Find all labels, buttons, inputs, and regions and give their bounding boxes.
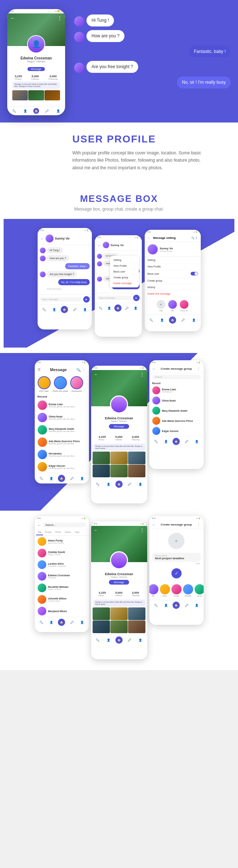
group-name-input[interactable]: Group name Next project deadline: [152, 553, 201, 562]
cg2-bn-1[interactable]: 🔍: [152, 602, 160, 609]
settings-item-setting[interactable]: Setting: [145, 257, 201, 263]
msg-item-2[interactable]: Olivia Noah Sounds good! can we dine...: [35, 411, 89, 424]
pl-bn-3[interactable]: 🏠: [115, 481, 123, 488]
pl2-pt-1[interactable]: [93, 607, 110, 620]
s-bn-nav-5[interactable]: 👤: [78, 619, 86, 626]
ml-bn-4[interactable]: 🔎: [68, 475, 76, 482]
s-bn-nav-3[interactable]: 🏠: [58, 619, 65, 626]
photo-thumb-2[interactable]: [28, 90, 44, 100]
sr-2[interactable]: Clotilde Devitt Saigon, Vietnam: [35, 547, 89, 559]
pl2-pt-4[interactable]: [93, 620, 110, 633]
pl2-pt-6[interactable]: [128, 620, 145, 633]
dd-message-input[interactable]: Type a message...: [97, 296, 132, 300]
menu-item-create-group[interactable]: Create group: [110, 275, 139, 281]
dd-bn-2[interactable]: 👤: [106, 304, 113, 312]
pl2-pt-3[interactable]: [128, 607, 145, 620]
pl2-bn-5[interactable]: 👤: [137, 636, 144, 644]
cg2-bn-5[interactable]: 👤: [193, 602, 200, 609]
cg2-bn-3[interactable]: 🏠: [173, 602, 180, 609]
cg1-search-input[interactable]: Search...: [152, 375, 201, 379]
story-1[interactable]: 2017 plan: [38, 376, 51, 392]
cg2-more[interactable]: ⋮: [197, 523, 200, 527]
pl-bn-1[interactable]: 🔍: [94, 481, 101, 488]
s-back[interactable]: ←: [38, 523, 41, 527]
ml-bn-3[interactable]: 🏠: [58, 475, 65, 482]
nav-explore[interactable]: 🔍: [11, 108, 17, 114]
pl2-bn-3[interactable]: 🏠: [115, 636, 123, 644]
pl-message-btn[interactable]: Message: [109, 424, 129, 429]
back-icon[interactable]: ←: [41, 237, 44, 241]
s-bn-3[interactable]: 🏠: [169, 316, 176, 324]
bn-user[interactable]: 👤: [81, 306, 89, 313]
cg1-bn-4[interactable]: 🔎: [183, 438, 190, 445]
pl2-pt-2[interactable]: [110, 607, 128, 620]
ml-bn-5[interactable]: 👤: [78, 475, 86, 482]
dd-bn-4[interactable]: 🔎: [123, 304, 131, 312]
menu-item-view-profile[interactable]: View Profile: [110, 263, 139, 269]
ml-bn-1[interactable]: 🔍: [38, 475, 45, 482]
s-bn-nav-4[interactable]: 🔎: [68, 619, 76, 626]
search-tab-tags[interactable]: Tags: [73, 529, 81, 535]
hamburger-icon[interactable]: ☰: [38, 368, 41, 371]
settings-item-block[interactable]: Block user: [145, 270, 201, 278]
s-bn-nav-2[interactable]: 👤: [48, 619, 55, 626]
message-input[interactable]: Type a message...: [40, 297, 82, 302]
story-2[interactable]: Photo this week: [53, 376, 68, 392]
pl2-bn-2[interactable]: 👤: [105, 636, 112, 644]
message-button[interactable]: Message: [27, 67, 45, 71]
cg1-more[interactable]: ⋮: [197, 367, 200, 371]
sr-1[interactable]: Alane Purdy Queensway Sydney: [35, 536, 89, 547]
dd-back[interactable]: ←: [98, 243, 101, 247]
msg-item-6[interactable]: Edgar Hoover Sounds good! can we dine...: [35, 461, 89, 473]
settings-back[interactable]: ←: [148, 236, 150, 240]
menu-item-block[interactable]: Block user: [110, 269, 139, 275]
pl2-bn-1[interactable]: 🔍: [94, 636, 101, 644]
bn-home[interactable]: 🏠: [61, 306, 68, 313]
pl-bn-2[interactable]: 👤: [105, 481, 112, 488]
add-member-btn[interactable]: +: [157, 300, 165, 309]
pt-3[interactable]: [128, 452, 145, 464]
pt-2[interactable]: [110, 452, 128, 464]
search-tab-people[interactable]: People: [43, 529, 54, 535]
pl2-bn-4[interactable]: 🔎: [126, 636, 133, 644]
search-tab-top[interactable]: Top: [36, 529, 43, 535]
more-icon[interactable]: ⋮: [82, 368, 86, 372]
bn-explore[interactable]: 🔍: [41, 306, 48, 313]
photo-thumb-1[interactable]: [12, 90, 28, 100]
dd-send-btn[interactable]: ➤: [133, 295, 140, 301]
msg-item-3[interactable]: Mary Elizabeth Smith Sounds good! can we…: [35, 424, 89, 436]
settings-item-history[interactable]: History: [145, 284, 201, 291]
dd-bn-5[interactable]: 👤: [132, 304, 139, 312]
pl2-pt-5[interactable]: [110, 620, 128, 633]
cg1-back[interactable]: ←: [152, 367, 156, 371]
cg2-bn-2[interactable]: 👤: [162, 602, 170, 609]
msg-item-5[interactable]: Hernández Sounds good! can we dine...: [35, 448, 89, 461]
toggle-block[interactable]: [191, 272, 198, 275]
nav-search[interactable]: 🔎: [44, 108, 50, 114]
menu-item-delete[interactable]: Delete message: [110, 281, 139, 286]
pt-5[interactable]: [110, 465, 128, 477]
settings-item-create-group[interactable]: Create group: [145, 278, 201, 284]
msg-item-1[interactable]: Emma Liam Sounds good! can we dine...: [35, 399, 89, 411]
pt-6[interactable]: [128, 465, 145, 477]
pl-back-btn[interactable]: ←: [94, 372, 98, 377]
menu-item-setting[interactable]: Setting: [110, 257, 139, 263]
settings-item-delete[interactable]: Delete this message: [145, 291, 201, 297]
group-avatar-placeholder[interactable]: +: [168, 533, 184, 549]
search-input[interactable]: Search...: [43, 523, 86, 527]
sr-4[interactable]: Edwina Crossman Taidebdab: [35, 570, 89, 582]
bn-search[interactable]: 🔎: [71, 306, 78, 313]
sr-5[interactable]: Nicolette Billman Saigon, Vietnam: [35, 582, 89, 594]
nav-profile[interactable]: 👤: [55, 108, 61, 114]
s-bn-5[interactable]: 👤: [190, 316, 197, 324]
confirm-group-btn[interactable]: ✓: [171, 568, 182, 578]
sr-7[interactable]: Maryland Mines: [35, 605, 89, 617]
nav-photos[interactable]: 👤: [22, 108, 28, 114]
photo-thumb-3[interactable]: [44, 90, 60, 100]
sr-3[interactable]: Laraine Alvin Taidebdab, Uzbekistan: [35, 559, 89, 570]
search-icon[interactable]: 🔍: [76, 368, 81, 372]
s-bn-4[interactable]: 🔎: [179, 316, 187, 324]
cg2-bn-4[interactable]: 🔎: [183, 602, 190, 609]
nav-home[interactable]: 🏠: [33, 108, 39, 114]
cg1-person-1[interactable]: Emma Liam Administrator: [149, 385, 204, 395]
